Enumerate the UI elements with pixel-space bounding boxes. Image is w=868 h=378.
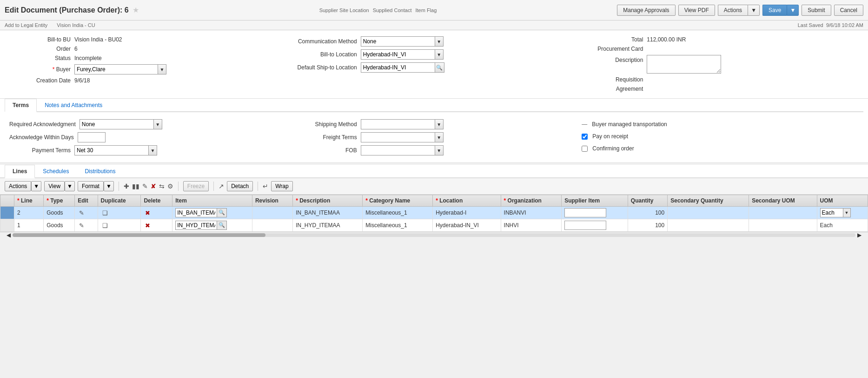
save-dropdown-arrow[interactable]: ▼ (787, 5, 799, 16)
payment-terms-input[interactable] (74, 145, 149, 155)
shipping-method-label: Shipping Method (296, 121, 361, 128)
default-ship-to-search-btn[interactable]: 🔍 (435, 62, 444, 73)
fob-dropdown-btn[interactable]: ▼ (435, 145, 444, 155)
actions-button[interactable]: Actions (718, 5, 748, 16)
lines-table: * Line * Type Edit Duplicate Delete Item… (0, 195, 868, 232)
top-bar: Edit Document (Purchase Order): 6 ★ Supp… (0, 0, 868, 20)
freight-terms-input[interactable] (361, 132, 435, 142)
wrap-icon[interactable]: ↵ (263, 182, 268, 190)
th-line[interactable]: * Line (14, 195, 44, 207)
payment-terms-dropdown-btn[interactable]: ▼ (149, 145, 157, 155)
star-icon[interactable]: ★ (133, 6, 139, 14)
fob-input[interactable] (361, 145, 435, 155)
default-ship-to-input[interactable] (361, 62, 435, 73)
tab-schedules[interactable]: Schedules (35, 165, 77, 178)
form-col-2: Communication Method ▼ Bill-to Location … (296, 35, 573, 94)
cell-item[interactable]: 🔍 (172, 219, 252, 232)
buyer-dropdown-btn[interactable]: ▼ (158, 64, 166, 74)
toolbar-divider-1 (119, 182, 119, 191)
lines-actions-button[interactable]: Actions (5, 181, 31, 191)
th-organization: * Organization (501, 195, 562, 207)
delete-row-icon[interactable]: ✘ (151, 182, 156, 190)
page-title: Edit Document (Purchase Order): 6 (5, 6, 129, 14)
default-ship-to-select-wrap: 🔍 (361, 62, 444, 73)
cell-duplicate[interactable]: ❑ (98, 219, 141, 232)
table-header: * Line * Type Edit Duplicate Delete Item… (0, 195, 868, 207)
cancel-button[interactable]: Cancel (834, 5, 863, 16)
bill-to-location-input[interactable] (361, 49, 435, 60)
lines-actions-dropdown[interactable]: ▼ (31, 181, 41, 191)
scroll-right-btn[interactable]: ▶ (855, 232, 863, 238)
cell-edit[interactable]: ✎ (75, 207, 98, 219)
bill-to-location-select-wrap: ▼ (361, 49, 444, 60)
duplicate-row-icon[interactable]: ▮▮ (132, 182, 139, 190)
cell-edit[interactable]: ✎ (75, 219, 98, 232)
add-row-icon[interactable]: ✚ (124, 182, 129, 190)
row-selector[interactable] (0, 207, 14, 219)
toolbar-divider-4 (258, 182, 258, 191)
order-value: 6 (74, 46, 78, 52)
req-ack-dropdown-btn[interactable]: ▼ (154, 119, 162, 129)
description-textarea[interactable] (647, 55, 721, 74)
reorder-icon[interactable]: ⇆ (159, 182, 165, 190)
cell-supplier-item[interactable] (562, 219, 628, 232)
cell-duplicate[interactable]: ❑ (98, 207, 141, 219)
wrap-button[interactable]: Wrap (271, 181, 292, 191)
ack-within-days-row: Acknowledge Within Days (9, 131, 286, 144)
detach-icon[interactable]: ↗ (219, 182, 224, 190)
req-ack-input[interactable] (80, 119, 154, 129)
actions-dropdown-arrow[interactable]: ▼ (748, 5, 760, 16)
shipping-method-dropdown-btn[interactable]: ▼ (435, 119, 444, 129)
tab-terms[interactable]: Terms (5, 99, 37, 112)
requisition-row: Requisition (582, 75, 859, 84)
lines-view-button[interactable]: View (44, 181, 65, 191)
bill-to-location-dropdown-btn[interactable]: ▼ (435, 49, 444, 60)
form-col-3: Total 112,000.00 INR Procurement Card De… (582, 35, 859, 94)
terms-col-3: — Buyer managed transportation Pay on re… (582, 118, 859, 157)
lines-format-button[interactable]: Format (78, 181, 104, 191)
requisition-label: Requisition (582, 76, 647, 83)
comm-method-dropdown-btn[interactable]: ▼ (435, 36, 444, 47)
pay-on-receipt-label: Pay on receipt (592, 133, 628, 140)
view-pdf-button[interactable]: View PDF (678, 5, 715, 16)
ack-within-days-label: Acknowledge Within Days (9, 134, 78, 141)
th-type[interactable]: * Type (44, 195, 75, 207)
h-scrollbar[interactable] (13, 233, 855, 237)
payment-terms-label: Payment Terms (9, 147, 74, 154)
tab-lines[interactable]: Lines (5, 165, 35, 178)
toolbar-divider-3 (213, 182, 214, 191)
freeze-button[interactable]: Freeze (183, 181, 209, 191)
cell-line: 1 (14, 219, 44, 232)
comm-method-row: Communication Method ▼ (296, 35, 573, 48)
lines-table-wrap: * Line * Type Edit Duplicate Delete Item… (0, 195, 868, 232)
comm-method-input[interactable] (361, 36, 435, 47)
cell-item[interactable]: 🔍 (172, 207, 252, 219)
cell-supplier-item[interactable] (562, 207, 628, 219)
lines-format-dropdown[interactable]: ▼ (104, 181, 114, 191)
ack-within-days-input[interactable] (78, 132, 106, 142)
save-button[interactable]: Save (762, 5, 787, 16)
terms-grid: Required Acknowledgment ▼ Acknowledge Wi… (9, 118, 859, 157)
buyer-input[interactable] (74, 64, 158, 74)
scroll-left-btn[interactable]: ◀ (5, 232, 13, 238)
shipping-method-input[interactable] (361, 119, 435, 129)
submit-button[interactable]: Submit (802, 5, 831, 16)
lines-view-dropdown[interactable]: ▼ (65, 181, 75, 191)
settings-icon[interactable]: ⚙ (167, 182, 173, 190)
tab-notes-attachments[interactable]: Notes and Attachments (37, 99, 110, 112)
freight-terms-dropdown-btn[interactable]: ▼ (435, 132, 444, 142)
cell-delete[interactable]: ✖ (141, 219, 172, 232)
manage-approvals-button[interactable]: Manage Approvals (617, 5, 675, 16)
tab-distributions[interactable]: Distributions (77, 165, 123, 178)
sub-bar: Add to Legal Entity Vision India - CU La… (0, 20, 868, 30)
total-row: Total 112,000.00 INR (582, 35, 859, 44)
cell-quantity: 100 (628, 219, 667, 232)
h-thumb (13, 233, 265, 237)
cell-delete[interactable]: ✖ (141, 207, 172, 219)
edit-row-icon[interactable]: ✎ (142, 182, 148, 190)
pay-on-receipt-checkbox[interactable] (582, 134, 588, 140)
row-selector[interactable] (0, 219, 14, 232)
table-row: 2Goods✎❑✖🔍IN_BAN_ITEMAAMiscellaneous_1Hy… (0, 207, 868, 219)
detach-button[interactable]: Detach (227, 181, 253, 191)
confirming-order-checkbox[interactable] (582, 146, 588, 152)
